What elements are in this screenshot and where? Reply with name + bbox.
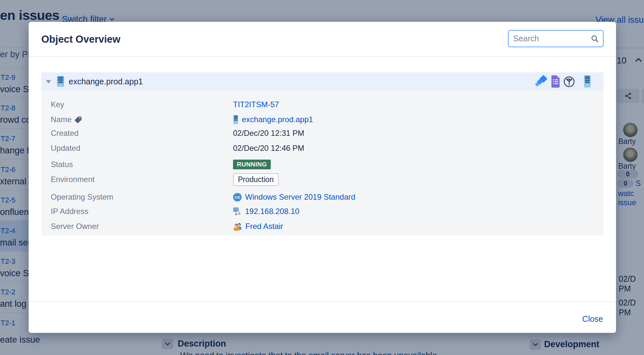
- server-object-icon: [233, 115, 239, 124]
- created-value: 02/Dec/20 12:31 PM: [233, 126, 304, 141]
- header-divider: [29, 56, 616, 57]
- object-overview-dialog: Object Overview exchange.prod.app1: [29, 22, 616, 333]
- search-icon: [591, 35, 599, 43]
- object-header-row: exchange.prod.app1: [41, 72, 604, 91]
- field-row-environment: Environment Production: [41, 172, 604, 187]
- search-input[interactable]: [509, 34, 591, 43]
- footer-divider: [29, 301, 616, 302]
- ip-address-link[interactable]: 192.168.208.10: [245, 207, 299, 216]
- collapse-triangle-icon[interactable]: [46, 80, 51, 83]
- server-owner-link[interactable]: Fred Astair: [245, 222, 283, 231]
- field-label: Server Owner: [51, 219, 99, 234]
- field-row-status: Status RUNNING: [41, 157, 604, 172]
- field-label: Created: [51, 126, 78, 141]
- jira-icon[interactable]: [535, 75, 548, 88]
- field-label: Operating System: [51, 190, 113, 205]
- network-icon: [233, 207, 242, 216]
- server-object-icon: [57, 76, 64, 87]
- field-row-operating-system: Operating System OS Windows Server 2019 …: [41, 190, 604, 205]
- operating-system-link[interactable]: Windows Server 2019 Standard: [245, 192, 355, 202]
- updated-value: 02/Dec/20 12:46 PM: [233, 141, 304, 156]
- object-name: exchange.prod.app1: [69, 77, 143, 86]
- object-key-link[interactable]: TIT2ITSM-57: [233, 100, 279, 109]
- os-icon: OS: [233, 193, 242, 202]
- field-row-ip-address: IP Address 192.168.208.10: [41, 204, 604, 219]
- object-attributes-panel: Key TIT2ITSM-57 Name: [41, 91, 604, 235]
- field-row-name: Name exchange.prod.app1: [41, 112, 604, 127]
- object-search-box: [508, 30, 604, 47]
- svg-text:OS: OS: [235, 195, 240, 199]
- object-graph-icon[interactable]: [563, 76, 575, 88]
- field-row-key: Key TIT2ITSM-57: [41, 97, 604, 112]
- users-icon: [233, 222, 242, 231]
- field-label: Status: [51, 157, 73, 172]
- field-row-server-owner: Server Owner Fred Astair: [41, 219, 604, 234]
- field-label: IP Address: [51, 204, 89, 219]
- field-row-updated: Updated 02/Dec/20 12:46 PM: [41, 141, 604, 156]
- attributes-document-icon[interactable]: [551, 75, 560, 88]
- dialog-title: Object Overview: [41, 34, 120, 45]
- close-button[interactable]: Close: [582, 314, 603, 324]
- field-label: Name: [51, 115, 72, 124]
- object-name-link[interactable]: exchange.prod.app1: [242, 115, 313, 124]
- field-row-created: Created 02/Dec/20 12:31 PM: [41, 126, 604, 141]
- environment-tag: Production: [233, 173, 279, 186]
- field-label: Key: [51, 97, 64, 112]
- field-label: Updated: [51, 141, 80, 156]
- server-type-icon[interactable]: [584, 75, 591, 88]
- label-tag-icon: [75, 116, 82, 123]
- field-label: Environment: [51, 172, 95, 187]
- status-badge: RUNNING: [233, 160, 271, 169]
